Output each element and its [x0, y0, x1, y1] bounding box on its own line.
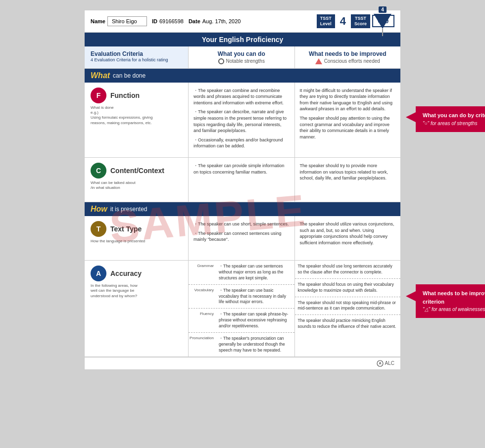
how-section-header: How it is presented	[85, 202, 400, 216]
accuracy-strengths-col: Grammar ・The speaker can use sentences w…	[189, 261, 295, 357]
id-field: ID 69166598	[152, 18, 184, 24]
texttype-left: T Text Type How the language is presente…	[85, 216, 189, 260]
header: Name Shiro Eigo ID 69166598 Date Aug. 17…	[85, 10, 400, 33]
function-name: Function	[110, 91, 140, 99]
accuracy-left: A Accuracy In the following areas, howwe…	[85, 261, 189, 357]
name-field: Name Shiro Eigo	[91, 16, 147, 26]
weaknesses-callout-box: What needs to be improved by criterion "…	[416, 284, 485, 318]
vocabulary-label-s: Vocabulary	[189, 285, 216, 309]
weaknesses-callout-quote: "△" for areas of weaknesses	[423, 306, 485, 313]
grammar-label: Grammar	[189, 261, 216, 284]
circle-icon	[218, 58, 224, 64]
fluency-strength: ・The speaker can speak phrase-by-phrase …	[216, 309, 294, 332]
strengths-callout-box: What you can do by criterion "○" for are…	[416, 106, 485, 132]
id-value: 69166598	[159, 18, 184, 24]
id-label: ID	[152, 18, 157, 24]
texttype-row: T Text Type How the language is presente…	[85, 216, 400, 261]
strengths-callout-title: What you can do by criterion	[423, 111, 485, 120]
what-keyword: What	[91, 71, 110, 80]
strengths-callout-quote: "○" for areas of strengths	[423, 120, 485, 127]
fluency-label-s: Fluency	[189, 309, 216, 332]
weaknesses-callout-arrow	[406, 291, 416, 301]
what-section-header: What can be done	[85, 69, 400, 83]
pronunciation-strength: ・The speaker's pronunciation can general…	[216, 333, 294, 357]
fluency-weakness-row: The speaker should not stop speaking mid…	[295, 297, 401, 315]
texttype-weakness-1: The speaker should utilize various conju…	[300, 221, 396, 246]
content-icon: C	[91, 163, 106, 179]
function-row: F Function What is donee.g.)Using formul…	[85, 83, 400, 158]
accuracy-cols: Grammar ・The speaker can use sentences w…	[189, 261, 400, 357]
strengths-callout-arrow	[406, 112, 416, 122]
eval-header: Evaluation Criteria 4 Evaluation Criteri…	[85, 46, 400, 69]
accuracy-icon: A	[91, 266, 106, 281]
tsst-level-box: TSSTLevel	[317, 14, 335, 28]
date-label: Date	[189, 18, 200, 24]
function-weakness-2: The speaker should pay attention to usin…	[300, 115, 396, 140]
grammar-strength: ・The speaker can use sentences without m…	[216, 261, 294, 284]
texttype-icon: T	[91, 221, 106, 237]
grammar-weakness: The speaker should use long sentences ac…	[295, 261, 401, 278]
texttype-strengths: The speaker can use short, simple senten…	[189, 216, 295, 260]
accuracy-name: Accuracy	[110, 269, 142, 277]
accuracy-weaknesses-col: The speaker should use long sentences ac…	[295, 261, 401, 357]
title-text: Your English Proficiency	[202, 36, 284, 44]
pronunciation-weakness-row: The speaker should practice mimicking En…	[295, 314, 401, 333]
footer-logo: ALC	[377, 360, 394, 367]
how-rest: it is presented	[110, 206, 147, 213]
texttype-strength-2: The speaker can connect sentences using …	[194, 230, 290, 243]
alc-logo-icon	[377, 360, 384, 367]
function-weakness-1: It might be difficult to understand the …	[300, 88, 396, 112]
weaknesses-header-text: What needs to be improved	[301, 50, 395, 57]
grammar-strength-row: Grammar ・The speaker can use sentences w…	[189, 261, 294, 284]
strengths-sub-text: Notable strengths	[226, 58, 265, 64]
vocabulary-weakness: The speaker should focus on using their …	[295, 279, 401, 297]
flag-triangle-icon	[374, 14, 391, 29]
texttype-subtext: How the language is presented	[91, 239, 182, 244]
date-value: Aug. 17th, 2020	[202, 18, 241, 24]
content-name: Content/Context	[110, 167, 164, 175]
function-strength-1: The speaker can combine and recombine wo…	[194, 88, 290, 106]
texttype-name: Text Type	[110, 225, 142, 233]
content-strengths: The speaker can provide simple informati…	[189, 158, 295, 202]
content-subtext: What can be talked about/in what situati…	[91, 180, 182, 191]
vocabulary-weakness-row: The speaker should focus on using their …	[295, 278, 401, 297]
tsst-score-box-label: TSSTScore	[351, 14, 370, 28]
report-card: Name Shiro Eigo ID 69166598 Date Aug. 17…	[84, 10, 401, 370]
name-value: Shiro Eigo	[107, 16, 147, 26]
weaknesses-sub-text: Conscious efforts needed	[324, 58, 380, 64]
how-keyword: How	[91, 205, 107, 214]
function-subtext: What is donee.g.)Using formulaic express…	[91, 105, 182, 126]
fluency-weakness: The speaker should not stop speaking mid…	[295, 297, 401, 315]
function-strength-2: The speaker can describe, narrate and gi…	[194, 109, 290, 134]
what-rest: can be done	[113, 72, 146, 79]
function-weaknesses: It might be difficult to understand the …	[295, 83, 401, 157]
strengths-callout: What you can do by criterion "○" for are…	[416, 106, 485, 132]
grammar-weakness-row: The speaker should use long sentences ac…	[295, 261, 401, 278]
texttype-strength-1: The speaker can use short, simple senten…	[194, 221, 290, 227]
eval-criteria-title: Evaluation Criteria	[91, 50, 182, 57]
footer-logo-text: ALC	[385, 360, 394, 366]
flag-indicator: 4	[374, 6, 391, 36]
footer: ALC	[85, 357, 400, 369]
vocabulary-strength: ・The speaker can use basic vocabulary th…	[216, 285, 294, 309]
eval-criteria-box: Evaluation Criteria 4 Evaluation Criteri…	[85, 46, 189, 68]
strengths-header: What you can do Notable strengths	[189, 46, 295, 68]
weaknesses-callout: What needs to be improved by criterion "…	[416, 284, 485, 318]
name-label: Name	[91, 18, 105, 24]
content-row: C Content/Context What can be talked abo…	[85, 158, 400, 202]
accuracy-row: A Accuracy In the following areas, howwe…	[85, 261, 400, 357]
title-bar: Your English Proficiency	[85, 33, 400, 46]
weaknesses-callout-title: What needs to be improved by criterion	[423, 289, 485, 306]
content-left: C Content/Context What can be talked abo…	[85, 158, 189, 202]
content-weakness-1: The speaker should try to provide more i…	[300, 163, 396, 181]
content-strength-1: The speaker can provide simple informati…	[194, 163, 290, 175]
flag-line	[382, 29, 383, 36]
pronunciation-weakness: The speaker should practice mimicking En…	[295, 315, 401, 333]
vocabulary-strength-row: Vocabulary ・The speaker can use basic vo…	[189, 284, 294, 309]
pronunciation-strength-row: Pronunciation ・The speaker's pronunciati…	[189, 332, 294, 357]
texttype-weaknesses: The speaker should utilize various conju…	[295, 216, 401, 260]
fluency-strength-row: Fluency ・The speaker can speak phrase-by…	[189, 308, 294, 332]
function-strength-3: Occasionally, examples and/or background…	[194, 137, 290, 149]
function-left: F Function What is donee.g.)Using formul…	[85, 83, 189, 157]
eval-criteria-sub: 4 Evaluation Criteria for a holistic rat…	[91, 57, 182, 62]
